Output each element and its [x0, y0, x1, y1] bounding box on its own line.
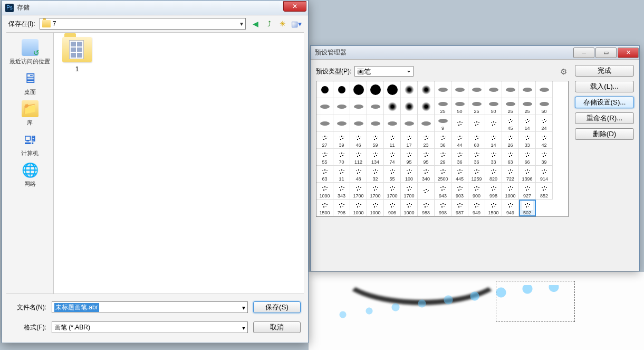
- brush-cell[interactable]: 63: [502, 149, 519, 166]
- brush-cell[interactable]: 988: [418, 200, 435, 216]
- brush-cell[interactable]: [536, 81, 553, 98]
- new-folder-icon[interactable]: ✳: [277, 18, 288, 29]
- brush-cell[interactable]: [367, 81, 384, 98]
- brush-cell[interactable]: 1700: [367, 183, 384, 200]
- place-recent[interactable]: 最近访问的位置: [9, 39, 50, 65]
- format-select[interactable]: 画笔 (*.ABR) ▾: [52, 321, 248, 333]
- brush-cell[interactable]: 70: [333, 149, 350, 166]
- brush-cell[interactable]: [418, 98, 435, 115]
- brush-cell[interactable]: [350, 115, 367, 132]
- brush-cell[interactable]: 343: [333, 183, 350, 200]
- brush-cell[interactable]: 36: [468, 149, 485, 166]
- brush-cell[interactable]: 1500: [485, 200, 502, 216]
- brush-cell[interactable]: 1000: [401, 200, 418, 216]
- brush-cell[interactable]: [418, 81, 435, 98]
- brush-cell[interactable]: 927: [519, 183, 536, 200]
- brush-cell[interactable]: 798: [333, 200, 350, 216]
- brush-cell[interactable]: [384, 81, 401, 98]
- brush-cell[interactable]: 59: [367, 132, 384, 149]
- brush-cell[interactable]: 55: [316, 149, 333, 166]
- cancel-button[interactable]: 取消: [253, 321, 301, 333]
- brush-cell[interactable]: 39: [536, 149, 553, 166]
- brush-cell[interactable]: 340: [418, 166, 435, 183]
- brush-cell[interactable]: 1000: [367, 200, 384, 216]
- brush-cell[interactable]: 55: [384, 166, 401, 183]
- maximize-button[interactable]: [595, 48, 617, 58]
- brush-cell[interactable]: 24: [536, 115, 553, 132]
- brush-cell[interactable]: [468, 115, 485, 132]
- load-button[interactable]: 载入(L)...: [575, 81, 634, 92]
- brush-cell[interactable]: [519, 81, 536, 98]
- brush-cell[interactable]: [333, 115, 350, 132]
- brush-cell[interactable]: 914: [536, 166, 553, 183]
- brush-grid[interactable]: 2550255025255094514242739465911172336446…: [316, 81, 569, 217]
- brush-cell[interactable]: 33: [519, 132, 536, 149]
- brush-cell[interactable]: 900: [468, 183, 485, 200]
- brush-cell[interactable]: 50: [451, 98, 468, 115]
- brush-cell[interactable]: [401, 81, 418, 98]
- brush-cell[interactable]: 722: [502, 166, 519, 183]
- brush-cell[interactable]: 42: [536, 132, 553, 149]
- minimize-button[interactable]: [573, 48, 594, 58]
- brush-cell[interactable]: [418, 183, 435, 200]
- brush-cell[interactable]: [384, 98, 401, 115]
- brush-cell[interactable]: 987: [451, 200, 468, 216]
- brush-cell[interactable]: [316, 81, 333, 98]
- brush-cell[interactable]: 25: [502, 98, 519, 115]
- brush-cell[interactable]: 23: [418, 132, 435, 149]
- brush-cell[interactable]: 1259: [468, 166, 485, 183]
- brush-cell[interactable]: [350, 98, 367, 115]
- back-icon[interactable]: ◀: [250, 18, 261, 29]
- filename-input[interactable]: 未标题画笔.abr ▾: [52, 301, 248, 313]
- brush-cell[interactable]: 17: [401, 132, 418, 149]
- brush-cell[interactable]: 95: [418, 149, 435, 166]
- place-computer[interactable]: 计算机: [21, 131, 39, 157]
- brush-cell[interactable]: 903: [451, 183, 468, 200]
- brush-cell[interactable]: 26: [502, 132, 519, 149]
- view-menu-icon[interactable]: ▦▾: [291, 18, 302, 29]
- brush-cell[interactable]: 14: [485, 132, 502, 149]
- brush-cell[interactable]: [435, 81, 451, 98]
- brush-cell[interactable]: 949: [468, 200, 485, 216]
- brush-cell[interactable]: [401, 115, 418, 132]
- brush-cell[interactable]: 25: [519, 98, 536, 115]
- preset-type-select[interactable]: 画笔: [354, 66, 414, 77]
- brush-cell[interactable]: 32: [367, 166, 384, 183]
- brush-cell[interactable]: [451, 115, 468, 132]
- brush-cell[interactable]: 66: [519, 149, 536, 166]
- place-network[interactable]: 网络: [22, 162, 39, 188]
- close-icon[interactable]: [283, 1, 306, 12]
- brush-cell[interactable]: 100: [401, 166, 418, 183]
- brush-cell[interactable]: 50: [536, 98, 553, 115]
- brush-cell[interactable]: [502, 81, 519, 98]
- save-titlebar[interactable]: Ps 存储: [2, 1, 308, 15]
- brush-cell[interactable]: 36: [451, 149, 468, 166]
- brush-cell[interactable]: 502: [519, 200, 536, 216]
- brush-cell[interactable]: [367, 98, 384, 115]
- brush-cell[interactable]: [485, 81, 502, 98]
- brush-cell[interactable]: 39: [333, 132, 350, 149]
- brush-cell[interactable]: 2500: [435, 166, 451, 183]
- brush-cell[interactable]: 25: [468, 98, 485, 115]
- brush-cell[interactable]: 44: [451, 132, 468, 149]
- brush-cell[interactable]: 998: [435, 200, 451, 216]
- brush-cell[interactable]: [333, 98, 350, 115]
- brush-cell[interactable]: [418, 115, 435, 132]
- up-icon[interactable]: ⤴: [264, 18, 274, 29]
- brush-cell[interactable]: 48: [350, 166, 367, 183]
- gear-icon[interactable]: [560, 67, 569, 75]
- brush-cell[interactable]: 33: [485, 149, 502, 166]
- brush-cell[interactable]: 11: [384, 132, 401, 149]
- brush-cell[interactable]: [333, 81, 350, 98]
- delete-button[interactable]: 删除(D): [575, 128, 634, 140]
- brush-cell[interactable]: 943: [435, 183, 451, 200]
- brush-cell[interactable]: 60: [468, 132, 485, 149]
- place-library[interactable]: 库: [22, 100, 39, 127]
- folder-item[interactable]: 1: [58, 37, 96, 73]
- brush-cell[interactable]: 852: [536, 183, 553, 200]
- brush-cell[interactable]: 1500: [316, 200, 333, 216]
- save-set-button[interactable]: 存储设置(S)...: [575, 97, 634, 108]
- brush-cell[interactable]: [316, 98, 333, 115]
- brush-cell[interactable]: 63: [316, 166, 333, 183]
- brush-cell[interactable]: 45: [502, 115, 519, 132]
